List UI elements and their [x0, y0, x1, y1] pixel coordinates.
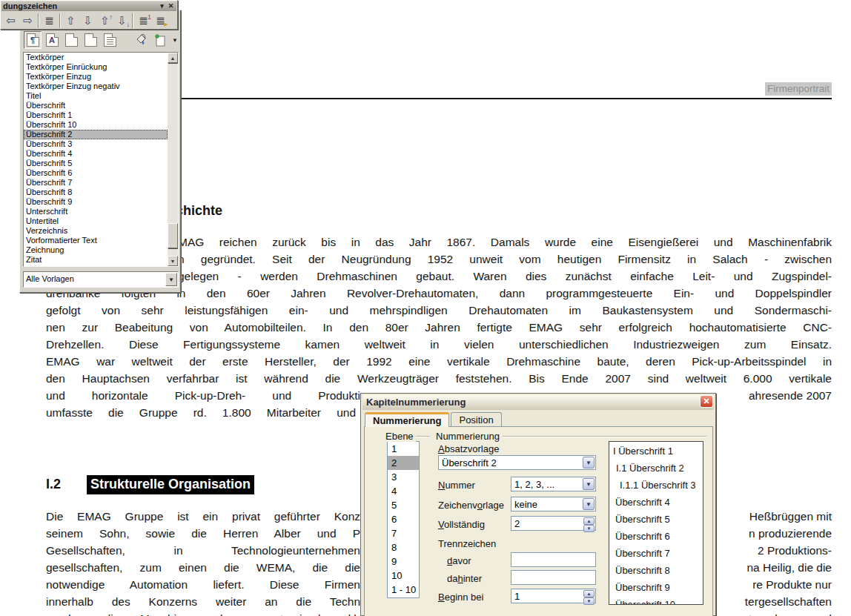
dialog-close-button[interactable]: ✕ [700, 395, 713, 408]
list-item[interactable]: Überschrift 5 [24, 159, 168, 168]
list-item[interactable]: Überschrift 9 [24, 197, 168, 207]
beginn-bei-spinner[interactable]: 1 ▲ ▼ [511, 589, 596, 603]
level-item[interactable]: 6 [388, 512, 419, 526]
move-up-with-subpoints-button[interactable]: ⇧ ↑ [96, 13, 113, 29]
toolbar-titlebar[interactable]: dungszeichen ▾ ✕ [1, 1, 176, 11]
style-filter-combobox[interactable]: Alle Vorlagen ▼ [23, 271, 179, 288]
level-item-selected[interactable]: 2 [388, 456, 419, 470]
toolbar-menu-button[interactable]: ▾ [158, 2, 166, 10]
page-styles-button[interactable] [82, 31, 99, 49]
scroll-up-button[interactable]: ▲ [168, 53, 178, 63]
move-down-button[interactable]: ⇩ [79, 13, 96, 29]
scrollbar-thumb[interactable] [168, 223, 178, 248]
paragraph-line[interactable]: re Produkte nur [752, 576, 832, 593]
paragraph-line[interactable]: umfasste die Gruppe rd. 1.800 Mitarbeite… [46, 404, 356, 421]
paragraph-line[interactable]: ahresende 2007 [749, 387, 832, 404]
list-item[interactable]: Textkörper Einrückung [24, 62, 168, 72]
level-item[interactable]: 10 [388, 569, 419, 583]
toolbar-close-button[interactable]: ✕ [167, 2, 175, 10]
spin-up-icon[interactable]: ▲ [583, 590, 595, 597]
dropdown-arrow-button[interactable]: ▼ [583, 498, 595, 510]
paragraph-line[interactable]: den Hauptachsen verfahrbar ist während d… [46, 370, 832, 387]
list-item[interactable]: Überschrift 10 [24, 120, 168, 130]
paragraph-line[interactable]: na Heilig, die die [746, 559, 832, 576]
paragraph-line[interactable]: gesellschaften, zum einen die WEMA, die … [46, 559, 360, 576]
paragraph-line[interactable]: Drehzellen. Diese Fertigungssysteme kame… [46, 336, 832, 353]
promote-level-button[interactable]: ⇦ [2, 13, 19, 29]
paragraph-line[interactable]: seinem Sohn, sowie die Herren Alber und … [46, 525, 360, 542]
fill-format-mode-button[interactable] [132, 31, 150, 49]
dropdown-arrow-button[interactable]: ▼ [583, 457, 595, 468]
list-item[interactable]: Überschrift 4 [24, 149, 168, 159]
heading-firmengeschichte[interactable]: chichte [176, 203, 222, 219]
tab-position[interactable]: Position [451, 412, 501, 427]
heading-selected-text[interactable]: Strukturelle Organisation [87, 475, 254, 494]
paragraph-line[interactable]: notwendige Automation liefert. Diese Fir… [46, 576, 360, 593]
tab-nummerierung[interactable]: Nummerierung [365, 412, 449, 427]
list-item[interactable]: Überschrift 8 [24, 188, 168, 197]
spin-down-icon[interactable]: ▼ [583, 525, 595, 532]
insert-unnumbered-entry-button[interactable]: ≣ [41, 13, 58, 29]
restart-numbering-button[interactable]: ≣ 1 [135, 13, 152, 29]
list-item[interactable]: Überschrift [24, 101, 168, 110]
paragraph-line[interactable]: innerhalb des Konzerns weiter an die Tec… [46, 593, 360, 610]
dialog-titlebar[interactable]: Kapitelnummerierung [362, 395, 714, 410]
list-item[interactable]: Verzeichnis [24, 226, 168, 236]
davor-input[interactable] [511, 552, 596, 567]
list-item[interactable]: Überschrift 3 [24, 139, 168, 149]
paragraph-line[interactable]: MAG reichen zurück bis in das Jahr 1867.… [178, 234, 832, 251]
frame-styles-button[interactable] [62, 31, 80, 49]
list-item[interactable]: Überschrift 1 [24, 110, 168, 120]
paragraph-line[interactable]: EMAG war weltweit der erste Hersteller, … [46, 353, 832, 370]
vollstaendig-spinner[interactable]: 2 ▲ ▼ [511, 516, 596, 531]
list-item[interactable]: Textkörper Einzug negativ [24, 82, 168, 91]
page-header-field[interactable]: Firmenportrait [765, 82, 832, 96]
style-list-scrollbar[interactable]: ▲ ▼ [168, 53, 178, 266]
heading-number[interactable]: I.2 [46, 477, 61, 492]
absatzvorlage-combobox[interactable]: Überschrift 2 ▼ [438, 455, 596, 470]
spin-down-icon[interactable]: ▼ [583, 597, 595, 605]
level-item[interactable]: 4 [388, 484, 419, 498]
nummer-combobox[interactable]: 1, 2, 3, ... ▼ [511, 477, 596, 491]
paragraph-line[interactable]: Heßbrüggen mit [749, 508, 832, 525]
dahinter-input[interactable] [511, 570, 596, 585]
level-item[interactable]: 5 [388, 498, 419, 512]
demote-level-button[interactable]: ⇨ [19, 13, 36, 29]
filter-dropdown-button[interactable]: ▼ [165, 273, 177, 286]
paragraph-line[interactable]: werden die Maschinen dann customized, d.… [46, 610, 360, 616]
level-item[interactable]: 8 [388, 540, 419, 554]
spin-up-icon[interactable]: ▲ [583, 517, 595, 525]
move-up-button[interactable]: ⇧ [62, 13, 79, 29]
paragraph-styles-button[interactable]: ¶ [24, 31, 42, 49]
list-item[interactable]: Überschrift 6 [24, 168, 168, 178]
list-item[interactable]: Zitat [24, 255, 168, 265]
paragraph-line[interactable]: nen zur Beabeitung von Automobilteilen. … [46, 319, 832, 336]
list-item[interactable]: Vorformatierter Text [24, 236, 168, 245]
paragraph-line[interactable]: gefolgt von sehr leistungsfähigen ein- u… [46, 302, 832, 319]
paragraph-line[interactable]: n gegründet. Seit der Neugründung 1952 u… [178, 251, 832, 268]
paragraph-line[interactable]: 2 Produktions- [758, 542, 832, 559]
scroll-down-button[interactable]: ▼ [168, 256, 178, 266]
paragraph-line[interactable]: und horizontale Pick-up-Dreh- und Produk… [46, 387, 360, 404]
level-item[interactable]: 9 [388, 554, 419, 569]
list-item[interactable]: Zeichnung [24, 245, 168, 255]
paragraph-line[interactable]: Die EMAG Gruppe ist ein privat geführter… [46, 508, 360, 525]
move-down-with-subpoints-button[interactable]: ⇩ ↓ [113, 13, 130, 29]
list-item[interactable]: Titel [24, 91, 168, 101]
zeichenvorlage-combobox[interactable]: keine ▼ [511, 497, 596, 511]
paragraph-line[interactable]: n produzierende [749, 525, 832, 542]
new-style-dropdown-button[interactable]: ▼ [170, 31, 179, 49]
list-item[interactable]: Textkörper Einzug [24, 72, 168, 82]
list-item[interactable]: Unterschrift [24, 207, 168, 216]
paragraph-line[interactable]: ternehmens und [749, 610, 832, 616]
numbering-on-off-button[interactable]: ≣ ➤ [152, 13, 169, 29]
dropdown-arrow-button[interactable]: ▼ [583, 478, 595, 490]
character-styles-button[interactable]: A [43, 31, 61, 49]
level-item[interactable]: 7 [388, 526, 419, 540]
paragraph-line[interactable]: Gesellschaften, in Technologieunternehme… [46, 542, 360, 559]
paragraph-line[interactable]: tergesellschaften [745, 593, 832, 610]
level-item[interactable]: 1 - 10 [388, 583, 419, 597]
new-style-from-selection-button[interactable] [151, 31, 169, 49]
level-item[interactable]: 3 [388, 470, 419, 484]
level-item[interactable]: 1 [388, 442, 419, 456]
